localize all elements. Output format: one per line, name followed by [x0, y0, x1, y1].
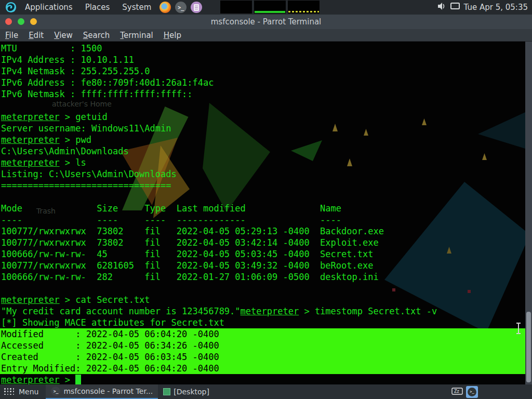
- terminal-body[interactable]: attacker's Home Trash MTU : 1500IPv4 Add…: [0, 42, 532, 384]
- display-icon[interactable]: [450, 3, 460, 12]
- window-titlebar[interactable]: msfconsole - Parrot Terminal: [0, 15, 532, 29]
- terminal-line: [0, 283, 525, 294]
- system-menu[interactable]: System: [116, 0, 157, 15]
- task-button-list: >_msfconsole - Parrot Ter...[Desktop]: [46, 384, 214, 399]
- top-panel-left: Applications Places System >_: [0, 0, 204, 15]
- terminal-line: Mode Size Type Last modified Name: [0, 203, 525, 214]
- network-usage-line: [288, 11, 319, 12]
- system-monitor-memory[interactable]: [254, 1, 286, 14]
- firefox-icon[interactable]: [159, 2, 171, 13]
- terminal-line-selected: Created : 2022-04-05 06:03:45 -0400: [0, 351, 525, 363]
- terminal-line: C:\Users\Admin\Downloads: [0, 145, 525, 157]
- desktop-icon: [163, 388, 170, 395]
- terminal-line: IPv6 Address : fe80::709f:40d1:26a1:f4ac: [0, 77, 525, 88]
- terminal-line: meterpreter > cat Secret.txt: [0, 294, 525, 305]
- terminal-line: 100666/rw-rw-rw- 282 fil 2022-01-27 01:0…: [0, 271, 525, 283]
- terminal-line: meterpreter > ls: [0, 157, 525, 168]
- desktop-screen: Applications Places System >_ Tue Apr: [0, 0, 532, 399]
- menubar-item-search[interactable]: Search: [78, 29, 115, 42]
- menubar-item-edit[interactable]: Edit: [23, 29, 49, 42]
- terminal-line: 100777/rwxrwxrwx 73802 fil 2022-04-05 03…: [0, 237, 525, 248]
- terminal-line-selected: Accessed : 2022-04-05 06:34:26 -0400: [0, 340, 525, 351]
- terminal-line: [0, 100, 525, 111]
- menubar-item-file[interactable]: File: [0, 29, 23, 42]
- document-glyph: [194, 4, 199, 11]
- terminal-line: meterpreter > pwd: [0, 134, 525, 145]
- applications-menu[interactable]: Applications: [19, 0, 79, 15]
- terminal-tray-icon[interactable]: >_: [466, 386, 478, 398]
- system-monitor-cpu[interactable]: [220, 1, 252, 14]
- parrot-menu-icon[interactable]: [5, 2, 17, 13]
- task-button-label: [Desktop]: [174, 388, 209, 396]
- terminal-line: IPv4 Address : 10.10.1.11: [0, 54, 525, 65]
- terminal-icon[interactable]: >_: [175, 2, 187, 13]
- terminal-line: "My credit card account number is 123456…: [0, 305, 525, 317]
- terminal-line: 100777/rwxrwxrwx 73802 fil 2022-04-05 05…: [0, 225, 525, 237]
- window-menubar: FileEditViewSearchTerminalHelp: [0, 29, 532, 42]
- terminal-line-selected: Entry Modified: 2022-04-05 06:04:20 -040…: [0, 363, 525, 374]
- text-editor-icon[interactable]: [191, 2, 202, 13]
- clock[interactable]: Tue Apr 5, 05:35: [464, 3, 529, 12]
- terminal-glyph: >_: [468, 388, 476, 396]
- terminal-line: IPv6 Netmask : ffff:ffff:ffff:ffff::: [0, 88, 525, 100]
- terminal-block-cursor: [75, 375, 81, 384]
- terminal-window-icon: >_: [51, 387, 60, 396]
- menubar-item-view[interactable]: View: [49, 29, 78, 42]
- terminal-line: Listing: C:\Users\Admin\Downloads: [0, 168, 525, 180]
- terminal-line: 100777/rwxrwxrwx 6281605 fil 2022-04-05 …: [0, 260, 525, 271]
- system-monitor-network[interactable]: [288, 1, 320, 14]
- top-panel: Applications Places System >_ Tue Apr: [0, 0, 532, 15]
- terminal-line: meterpreter >: [0, 374, 525, 384]
- volume-icon[interactable]: [437, 2, 446, 12]
- terminal-line: [0, 191, 525, 203]
- terminal-scrollbar[interactable]: [525, 42, 532, 384]
- task-button-label: msfconsole - Parrot Ter...: [63, 387, 153, 395]
- places-menu[interactable]: Places: [79, 0, 116, 15]
- task-button-terminal[interactable]: >_msfconsole - Parrot Ter...: [46, 384, 158, 399]
- terminal-line: 100666/rw-rw-rw- 45 fil 2022-04-05 05:03…: [0, 248, 525, 260]
- window-title: msfconsole - Parrot Terminal: [0, 15, 532, 29]
- taskbar-menu-button[interactable]: Menu: [15, 388, 46, 396]
- system-tray: Zz >_: [451, 384, 478, 399]
- terminal-line: meterpreter > getuid: [0, 111, 525, 123]
- menubar-item-terminal[interactable]: Terminal: [115, 29, 158, 42]
- terminal-line-selected: Modified : 2022-04-05 06:04:20 -0400: [0, 328, 525, 340]
- top-panel-right: Tue Apr 5, 05:35: [437, 0, 529, 15]
- terminal-line: Server username: Windows11\Admin: [0, 123, 525, 134]
- terminal-output: MTU : 1500IPv4 Address : 10.10.1.11IPv4 …: [0, 43, 525, 384]
- terminal-line: MTU : 1500: [0, 43, 525, 54]
- menubar-item-help[interactable]: Help: [158, 29, 187, 42]
- memory-usage-bar: [255, 11, 285, 13]
- keyboard-layout-icon[interactable]: Zz: [451, 387, 463, 397]
- terminal-line: IPv4 Netmask : 255.255.255.0: [0, 65, 525, 77]
- app-grid-icon[interactable]: [4, 388, 15, 395]
- terminal-line: ---- ---- ---- ------------- ----: [0, 214, 525, 225]
- task-button-desktop[interactable]: [Desktop]: [158, 384, 215, 399]
- terminal-line: ================================: [0, 180, 525, 191]
- svg-text:Zz: Zz: [454, 389, 459, 394]
- taskbar: Menu >_msfconsole - Parrot Ter...[Deskto…: [0, 384, 532, 399]
- terminal-line: [*] Showing MACE attributes for Secret.t…: [0, 317, 525, 328]
- scrollbar-thumb[interactable]: [526, 312, 531, 382]
